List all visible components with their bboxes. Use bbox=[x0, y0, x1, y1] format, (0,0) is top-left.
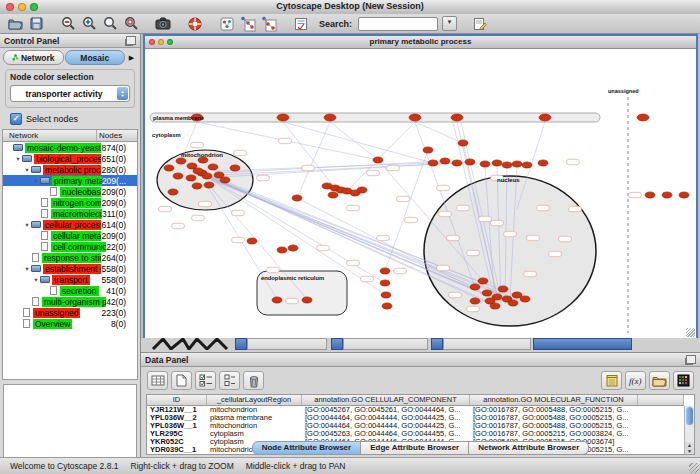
table-row[interactable]: YPL036W__1mitochondrion[GO:0044464, GO:0… bbox=[147, 422, 694, 430]
tree-row[interactable]: macromolecule311(0) bbox=[3, 208, 137, 219]
tab-node-attribute-browser[interactable]: Node Attribute Browser bbox=[252, 441, 362, 455]
plasma-membrane-region[interactable] bbox=[150, 113, 600, 122]
graph-node[interactable] bbox=[482, 290, 492, 296]
graph-node[interactable] bbox=[292, 195, 302, 201]
tree-row[interactable]: unassigned223(0) bbox=[3, 307, 137, 318]
graph-node[interactable] bbox=[428, 160, 438, 166]
tab-edge-attribute-browser[interactable]: Edge Attribute Browser bbox=[361, 441, 469, 455]
graph-node[interactable] bbox=[380, 280, 390, 286]
graph-node[interactable] bbox=[679, 192, 689, 198]
graph-node[interactable] bbox=[373, 157, 383, 163]
graph-node[interactable] bbox=[380, 268, 390, 274]
search-input[interactable] bbox=[358, 17, 438, 31]
column-header[interactable]: annotation.GO MOLECULAR_FUNCTION bbox=[470, 395, 638, 406]
new-attribute-button[interactable] bbox=[171, 371, 192, 390]
graph-node[interactable] bbox=[452, 160, 462, 166]
canvas-resize-grip[interactable] bbox=[686, 328, 695, 337]
network-canvas[interactable]: plasma membranecytoplasmmitochondrionnuc… bbox=[145, 49, 696, 338]
zoom-in-button[interactable] bbox=[80, 15, 98, 32]
form-icon[interactable] bbox=[292, 15, 310, 32]
graph-node[interactable] bbox=[176, 158, 186, 164]
vizmapper-button[interactable] bbox=[218, 15, 236, 32]
tree-row[interactable]: ▼biological_process651(0) bbox=[3, 153, 137, 164]
graph-node[interactable] bbox=[498, 286, 508, 292]
graph-node[interactable] bbox=[220, 177, 230, 183]
window-fragment[interactable] bbox=[443, 338, 531, 350]
notes-button[interactable] bbox=[601, 371, 622, 390]
delete-attribute-button[interactable] bbox=[243, 371, 264, 390]
network-graph[interactable]: plasma membranecytoplasmmitochondrionnuc… bbox=[145, 49, 696, 338]
graph-node[interactable] bbox=[277, 247, 287, 253]
tree-expander-icon[interactable]: ▼ bbox=[32, 178, 40, 184]
column-header[interactable]: ID bbox=[147, 395, 207, 406]
tree-expander-icon[interactable]: ▼ bbox=[23, 222, 31, 228]
graph-node[interactable] bbox=[409, 114, 421, 121]
function-builder-button[interactable]: f(x) bbox=[625, 371, 646, 390]
tree-row[interactable]: ▼primary metabolic209(... bbox=[3, 175, 137, 186]
float-data-panel-icon[interactable] bbox=[686, 355, 696, 364]
graph-edge[interactable] bbox=[217, 161, 445, 173]
graph-node[interactable] bbox=[164, 165, 174, 171]
tree-row[interactable]: ▼cellular process614(0) bbox=[3, 219, 137, 230]
open-button[interactable] bbox=[6, 15, 24, 32]
graph-node[interactable] bbox=[538, 160, 548, 166]
tab-mosaic[interactable]: Mosaic bbox=[65, 50, 126, 65]
graph-node[interactable] bbox=[490, 303, 500, 309]
graph-node[interactable] bbox=[458, 140, 468, 146]
graph-node[interactable] bbox=[478, 278, 488, 284]
graph-node[interactable] bbox=[277, 114, 289, 121]
graph-node[interactable] bbox=[168, 189, 178, 195]
matrix-button[interactable] bbox=[673, 371, 694, 390]
graph-node[interactable] bbox=[324, 114, 336, 121]
graph-node[interactable] bbox=[192, 183, 202, 189]
table-row[interactable]: YJR121W__1mitochondrion[GO:0045267, GO:0… bbox=[147, 406, 694, 414]
window-fragment[interactable] bbox=[533, 338, 632, 350]
graph-node[interactable] bbox=[451, 114, 463, 121]
window-fragment[interactable] bbox=[343, 338, 428, 350]
zoom-out-button[interactable] bbox=[59, 15, 77, 32]
graph-node[interactable] bbox=[662, 192, 672, 198]
graph-node[interactable] bbox=[204, 182, 214, 188]
zoom-fit-button[interactable] bbox=[101, 15, 119, 32]
graph-node[interactable] bbox=[357, 187, 367, 193]
help-button[interactable] bbox=[186, 15, 204, 32]
table-row[interactable]: YLR295Ccytoplasm[GO:0045263, GO:0044464,… bbox=[147, 430, 694, 438]
unselect-attributes-button[interactable] bbox=[219, 371, 240, 390]
graph-node[interactable] bbox=[208, 164, 218, 170]
graph-edge[interactable] bbox=[347, 122, 415, 191]
graph-node[interactable] bbox=[423, 147, 433, 153]
scrollbar-thumb[interactable] bbox=[686, 407, 693, 425]
graph-node[interactable] bbox=[465, 159, 475, 165]
tree-row[interactable]: nitrogen compo209(0) bbox=[3, 197, 137, 208]
graph-edge[interactable] bbox=[283, 122, 433, 163]
select-all-attributes-button[interactable] bbox=[147, 371, 168, 390]
graph-node[interactable] bbox=[272, 297, 282, 303]
table-row[interactable]: YPL036W__2plasma membrane[GO:0044464, GO… bbox=[147, 414, 694, 422]
graph-node[interactable] bbox=[502, 162, 512, 168]
tree-row[interactable]: ▼metabolic process280(0) bbox=[3, 164, 137, 175]
import-attributes-button[interactable] bbox=[649, 371, 670, 390]
more-tabs-button[interactable]: ▶ bbox=[126, 51, 137, 64]
window-fragment[interactable] bbox=[331, 338, 343, 350]
tree-row[interactable]: cell communicat22(0) bbox=[3, 241, 137, 252]
tree-row[interactable]: nucleobase-209(0) bbox=[3, 186, 137, 197]
tab-network[interactable]: Network bbox=[3, 50, 64, 65]
save-button[interactable] bbox=[27, 15, 45, 32]
tree-expander-icon[interactable]: ▼ bbox=[32, 277, 40, 283]
graph-node[interactable] bbox=[230, 165, 240, 171]
tree-expander-icon[interactable]: ▼ bbox=[23, 266, 31, 272]
graph-node[interactable] bbox=[381, 292, 391, 298]
select-attributes-button[interactable] bbox=[195, 371, 216, 390]
graph-node[interactable] bbox=[539, 114, 551, 121]
graph-node[interactable] bbox=[288, 245, 298, 251]
graph-node[interactable] bbox=[202, 173, 212, 179]
graph-node[interactable] bbox=[520, 296, 530, 302]
graph-node[interactable] bbox=[193, 168, 203, 174]
tree-row[interactable]: mosaic-demo-yeast874(0) bbox=[3, 142, 137, 153]
graph-node[interactable] bbox=[470, 284, 480, 290]
graph-edge[interactable] bbox=[283, 122, 335, 188]
graph-node[interactable] bbox=[328, 192, 338, 198]
graph-node[interactable] bbox=[173, 173, 183, 179]
tab-network-attribute-browser[interactable]: Network Attribute Browser bbox=[469, 441, 589, 455]
graph-node[interactable] bbox=[492, 160, 502, 166]
